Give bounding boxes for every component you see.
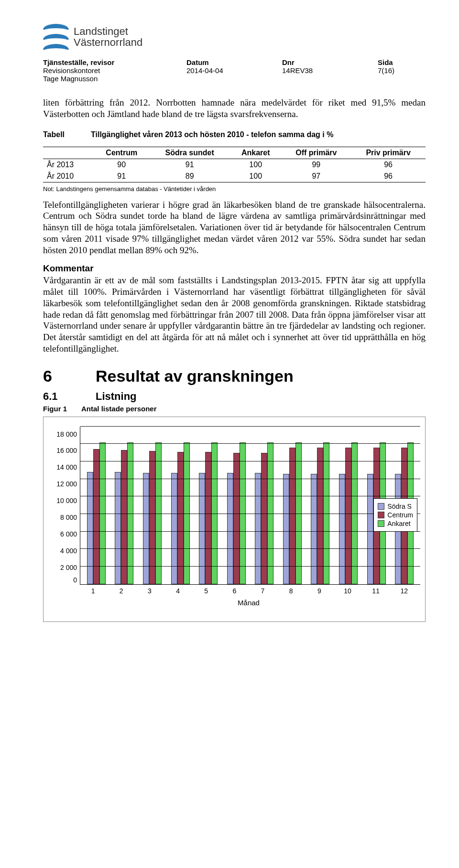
org-logo-block: Landstinget Västernorrland: [43, 24, 426, 50]
bar: [199, 473, 205, 584]
gridline: [80, 496, 420, 496]
y-tick-label: 10 000: [56, 497, 77, 504]
y-tick-label: 8 000: [60, 514, 77, 521]
legend-swatch: [378, 512, 384, 518]
bar: [233, 453, 240, 584]
subsection-number: 6.1: [43, 390, 96, 403]
x-tick-label: 4: [168, 587, 188, 595]
legend-swatch: [378, 520, 384, 527]
document-meta: Tjänsteställe, revisor Datum Dnr Sida Re…: [43, 58, 426, 83]
paragraph-2: Vårdgarantin är ett av de mål som fastst…: [43, 275, 426, 354]
gridline: [80, 566, 420, 567]
x-tick-label: 8: [281, 587, 301, 595]
figure-label: Figur 1: [43, 405, 81, 413]
meta-author: Tage Magnusson: [43, 75, 186, 83]
bar: [367, 474, 373, 584]
gridline: [80, 514, 420, 514]
y-tick-label: 6 000: [60, 530, 77, 538]
bar: [177, 452, 184, 584]
y-tick-label: 4 000: [60, 547, 77, 555]
logo-text-line2: Västernorrland: [74, 37, 142, 48]
th-sodra: Södra sundet: [149, 147, 230, 159]
bar: [171, 473, 177, 584]
x-tick-label: 5: [196, 587, 216, 595]
th-centrum: Centrum: [94, 147, 149, 159]
x-tick-label: 3: [140, 587, 160, 595]
th-ankaret: Ankaret: [230, 147, 282, 159]
meta-page: 7(16): [378, 66, 426, 83]
table-row: År 2010 91 89 100 97 96: [43, 171, 426, 182]
bar: [261, 453, 267, 584]
gridline: [80, 426, 420, 427]
bar: [149, 451, 155, 584]
x-tick-label: 9: [309, 587, 329, 595]
logo-text-line1: Landstinget: [74, 26, 142, 37]
legend-label: Centrum: [387, 511, 413, 519]
legend-item: Ankaret: [378, 520, 413, 527]
meta-head-page: Sida: [378, 58, 426, 66]
availability-table: Centrum Södra sundet Ankaret Off primärv…: [43, 147, 426, 182]
kommentar-heading: Kommentar: [43, 263, 426, 274]
paragraph-1: Telefontillgängligheten varierar i högre…: [43, 199, 426, 256]
tabell-label: Tabell: [43, 130, 91, 139]
meta-head-office: Tjänsteställe, revisor: [43, 58, 186, 66]
x-tick-label: 2: [111, 587, 131, 595]
bar: [227, 473, 233, 584]
table-row: År 2013 90 91 100 99 96: [43, 159, 426, 171]
meta-head-dnr: Dnr: [282, 58, 378, 66]
x-tick-label: 10: [338, 587, 358, 595]
legend-item: Södra S: [378, 503, 413, 510]
gridline: [80, 531, 420, 532]
bar: [255, 473, 261, 584]
x-axis-labels: 123456789101112: [77, 584, 420, 595]
th-off: Off primärv: [282, 147, 351, 159]
meta-date: 2014-04-04: [186, 66, 282, 83]
x-tick-label: 11: [366, 587, 386, 595]
gridline: [80, 548, 420, 549]
bar: [121, 450, 127, 584]
x-tick-label: 1: [83, 587, 103, 595]
bar: [93, 449, 99, 584]
bar: [289, 448, 295, 584]
y-axis: 18 00016 00014 00012 00010 0008 0006 000…: [48, 427, 80, 584]
bar: [339, 474, 345, 584]
bar: [143, 473, 149, 584]
bar: [345, 448, 351, 584]
bar-chart: 18 00016 00014 00012 00010 0008 0006 000…: [43, 417, 426, 622]
legend-swatch: [378, 503, 384, 510]
meta-office: Revisionskontoret: [43, 66, 186, 75]
section-number: 6: [43, 367, 96, 386]
bar: [87, 472, 93, 584]
section-title: Resultat av granskningen: [96, 367, 294, 386]
tabell-title: Tillgänglighet våren 2013 och hösten 201…: [91, 130, 333, 139]
meta-dnr: 14REV38: [282, 66, 378, 83]
meta-head-date: Datum: [186, 58, 282, 66]
x-axis-title: Månad: [77, 599, 420, 607]
x-tick-label: 6: [224, 587, 244, 595]
chart-legend: Södra SCentrumAnkaret: [373, 498, 417, 532]
legend-label: Ankaret: [387, 520, 410, 527]
y-tick-label: 14 000: [56, 463, 77, 471]
x-tick-label: 7: [253, 587, 273, 595]
gridline: [80, 461, 420, 461]
bar: [205, 452, 211, 584]
legend-item: Centrum: [378, 511, 413, 519]
wave-logo-icon: [43, 24, 69, 50]
th-blank: [43, 147, 94, 159]
table-note: Not: Landstingens gemensamma databas - V…: [43, 185, 426, 193]
y-tick-label: 12 000: [56, 480, 77, 488]
figure-title: Antal listade personer: [81, 405, 157, 413]
intro-paragraph: liten förbättring från 2012. Norrbotten …: [43, 97, 426, 120]
y-tick-label: 0: [73, 576, 77, 584]
bar: [115, 472, 121, 584]
y-tick-label: 18 000: [56, 430, 77, 438]
subsection-title: Listning: [96, 390, 137, 403]
y-tick-label: 2 000: [60, 564, 77, 571]
plot-area: [80, 427, 420, 585]
gridline: [80, 443, 420, 444]
bar: [317, 448, 323, 584]
gridline: [80, 479, 420, 479]
legend-label: Södra S: [387, 503, 412, 510]
th-priv: Priv primärv: [351, 147, 426, 159]
x-tick-label: 12: [394, 587, 414, 595]
